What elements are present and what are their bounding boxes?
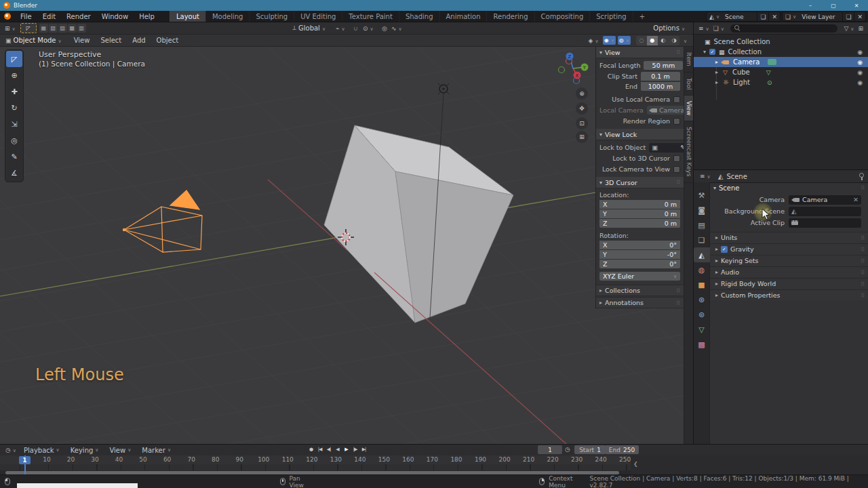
proportional-edit-icon[interactable]: ◎ bbox=[380, 25, 389, 32]
display-mode-icon[interactable]: ≡ bbox=[696, 25, 711, 32]
properties-tab-view-layer[interactable]: ❏ bbox=[694, 232, 710, 247]
panel-header-view[interactable]: View bbox=[596, 47, 684, 58]
tool-button-measure[interactable]: ∡ bbox=[6, 165, 22, 181]
scene-selector[interactable]: ◭ Scene ❏ ✕ bbox=[706, 12, 781, 22]
tool-button-cursor[interactable]: ⊕ bbox=[6, 67, 22, 83]
properties-tab-scene[interactable]: ◭ bbox=[694, 247, 710, 262]
outliner-row-cube[interactable]: ▸ ▽ Cube ▽ ◉ bbox=[694, 67, 868, 77]
cube-object[interactable] bbox=[324, 125, 513, 323]
lock-3d-cursor-checkbox[interactable] bbox=[673, 155, 680, 162]
transport-button-play-reverse[interactable]: ◀ bbox=[333, 445, 342, 453]
shading-mode-rendered[interactable]: ◑ bbox=[669, 36, 679, 45]
frame-end-field[interactable]: End250 bbox=[605, 445, 639, 454]
window-control-maximize[interactable]: ▢ bbox=[822, 0, 845, 11]
transport-button-jump-end[interactable]: ▶| bbox=[359, 445, 368, 453]
window-control-close[interactable]: ✕ bbox=[845, 0, 868, 11]
pan-icon[interactable]: ✥ bbox=[576, 102, 588, 115]
hide-icon[interactable]: ◉ bbox=[857, 79, 863, 86]
mode-dropdown[interactable]: Object Mode bbox=[14, 37, 62, 44]
properties-tab-material[interactable]: ▩ bbox=[694, 337, 710, 352]
view-layer-selector[interactable]: ❏ View Layer ❏ ✕ bbox=[782, 12, 866, 22]
workspace-tab[interactable]: UV Editing bbox=[294, 11, 342, 22]
workspace-tab[interactable]: Texture Paint bbox=[342, 11, 399, 22]
expand-icon[interactable]: ▸ bbox=[715, 79, 718, 85]
tool-button-move[interactable]: ✚ bbox=[6, 83, 22, 100]
rotation-mode-dropdown[interactable]: XYZ Euler bbox=[599, 272, 680, 281]
active-tool-button[interactable]: ◸ bbox=[20, 23, 37, 33]
menu[interactable]: Window bbox=[96, 11, 134, 22]
panel-header-scene[interactable]: Scene bbox=[710, 182, 868, 193]
workspace-tab[interactable]: Layout bbox=[170, 11, 205, 22]
camera-data-icon[interactable] bbox=[768, 59, 776, 65]
viewport-menu[interactable]: Select bbox=[95, 37, 127, 44]
frame-start-field[interactable]: Start1 bbox=[574, 445, 606, 454]
properties-tab-world[interactable]: ◍ bbox=[694, 262, 710, 277]
select-mode-intersect[interactable]: ▥ bbox=[77, 24, 86, 33]
collapse-arrow-icon[interactable]: ❮ bbox=[633, 461, 638, 467]
preview-range-icon[interactable]: ◷ bbox=[563, 446, 572, 453]
new-scene-icon[interactable]: ❏ bbox=[757, 12, 768, 21]
add-workspace-button[interactable]: + bbox=[633, 11, 651, 22]
tool-button-transform[interactable]: ◎ bbox=[6, 132, 22, 148]
scene-name[interactable]: Scene bbox=[722, 12, 757, 21]
background-scene-field[interactable]: ◭ bbox=[789, 207, 861, 216]
clip-end-field[interactable]: 1000 m bbox=[641, 82, 680, 91]
panel-header-view-lock[interactable]: View Lock bbox=[596, 129, 684, 140]
viewport-menu[interactable]: Add bbox=[127, 37, 151, 44]
new-collection-icon[interactable]: ⊞ bbox=[856, 25, 865, 32]
tool-button-rotate[interactable]: ↻ bbox=[6, 100, 22, 116]
workspace-tab[interactable]: Modeling bbox=[205, 11, 250, 22]
editor-type-icon[interactable]: ≡ bbox=[698, 173, 713, 180]
editor-type-icon[interactable]: ◷ bbox=[3, 447, 18, 453]
viewport-menu[interactable]: Object bbox=[151, 37, 184, 44]
outliner-row-camera[interactable]: ▸ Camera ◉ bbox=[694, 57, 868, 67]
expand-icon[interactable]: ▾ bbox=[703, 49, 706, 55]
panel-header-3d-cursor[interactable]: 3D Cursor bbox=[596, 177, 684, 188]
search-input[interactable] bbox=[730, 24, 838, 33]
hide-icon[interactable]: ◉ bbox=[857, 59, 863, 66]
camera-view-icon[interactable]: ⊡ bbox=[576, 117, 588, 129]
lock-to-object-field[interactable]: ▣ ✎ bbox=[649, 143, 688, 152]
light-data-icon[interactable]: ⊙ bbox=[767, 79, 772, 86]
expand-icon[interactable]: ▸ bbox=[715, 59, 718, 65]
hide-icon[interactable]: ◉ bbox=[857, 49, 863, 56]
properties-panel-header[interactable]: Rigid Body World bbox=[710, 278, 868, 289]
collection-checkbox[interactable]: ✓ bbox=[709, 49, 715, 55]
workspace-tab[interactable]: Shading bbox=[399, 11, 439, 22]
properties-panel-header[interactable]: Keying Sets bbox=[710, 255, 868, 266]
outliner-row-scene-collection[interactable]: ▣ Scene Collection bbox=[694, 37, 868, 47]
hide-icon[interactable]: ◉ bbox=[857, 69, 863, 76]
close-icon[interactable]: ✕ bbox=[853, 196, 859, 203]
timeline-track[interactable] bbox=[0, 464, 631, 470]
shading-mode-material-preview[interactable]: ◐ bbox=[658, 36, 669, 45]
properties-tab-object[interactable]: ■ bbox=[694, 277, 710, 292]
active-clip-field[interactable] bbox=[789, 218, 861, 228]
shading-mode-solid[interactable]: ● bbox=[647, 36, 658, 45]
overlays-icon[interactable]: ◉ bbox=[603, 36, 616, 45]
transform-orientation[interactable]: Global bbox=[298, 24, 326, 32]
close-icon[interactable]: ✕ bbox=[854, 12, 865, 21]
xray-icon[interactable]: ◍ bbox=[618, 36, 631, 45]
focal-length-field[interactable]: 50 mm bbox=[644, 61, 683, 70]
tool-button-annotate[interactable]: ✎ bbox=[6, 148, 22, 165]
light-object[interactable] bbox=[438, 83, 449, 94]
cursor-rotation-field[interactable]: X0° bbox=[599, 241, 680, 249]
transport-button-record[interactable]: ● bbox=[307, 445, 315, 453]
sidebar-tab[interactable]: View bbox=[684, 96, 693, 121]
current-frame-field[interactable]: 1 bbox=[538, 445, 562, 454]
zoom-icon[interactable]: ⊕ bbox=[576, 87, 588, 100]
properties-panel-header[interactable]: Custom Properties bbox=[710, 289, 868, 300]
select-mode-subtract[interactable]: ▨ bbox=[58, 24, 67, 33]
scene-icon[interactable]: ◭ bbox=[707, 12, 722, 21]
options-button[interactable]: Options bbox=[653, 24, 685, 32]
sidebar-tab[interactable]: Screencast Keys bbox=[684, 121, 693, 183]
timeline-menu[interactable]: Playback bbox=[18, 447, 65, 454]
window-control-minimize[interactable]: – bbox=[799, 0, 822, 11]
falloff-icon[interactable]: ∿ bbox=[389, 25, 404, 32]
perspective-toggle-icon[interactable]: ⊞ bbox=[576, 131, 588, 143]
outliner-row-collection[interactable]: ▾ ✓ ▦ Collection ◉ bbox=[694, 47, 868, 57]
transport-button-prev-keyframe[interactable]: ◀| bbox=[324, 445, 333, 453]
timeline-menu[interactable]: View bbox=[104, 447, 136, 454]
properties-panel-header[interactable]: Gravity bbox=[710, 243, 868, 254]
timeline-ruler[interactable]: 1102030405060708090100110120130140150160… bbox=[0, 455, 631, 464]
